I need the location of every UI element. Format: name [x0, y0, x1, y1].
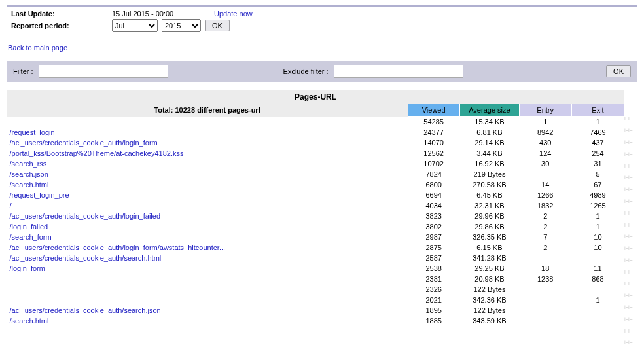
avg-cell: 326.35 KB: [460, 232, 519, 242]
avg-cell: 6.81 KB: [460, 127, 519, 138]
viewed-cell: 14070: [408, 138, 460, 148]
url-link[interactable]: /search.html: [10, 181, 49, 189]
table-row: /request_login_pre66946.45 KB12664989: [7, 190, 624, 200]
entry-cell: 1266: [519, 190, 571, 200]
url-cell: /request_login: [7, 127, 408, 138]
table-row: /search_form2987326.35 KB710: [7, 232, 624, 242]
month-select[interactable]: Jul: [112, 19, 158, 32]
exit-cell: 254: [571, 148, 624, 158]
exit-cell: 1: [571, 295, 624, 305]
url-cell: /acl_users/credentials_cookie_auth/login…: [7, 211, 408, 221]
entry-cell: [519, 305, 571, 316]
table-row: /login_form253829.25 KB1811: [7, 263, 624, 274]
url-link[interactable]: /acl_users/credentials_cookie_auth/login…: [10, 212, 161, 220]
table-row: 5428515.34 KB11: [7, 117, 624, 128]
col-entry: Entry: [519, 104, 571, 117]
url-link[interactable]: /request_login: [10, 128, 55, 136]
exit-cell: 1: [571, 221, 624, 232]
url-link[interactable]: /acl_users/credentials_cookie_auth/searc…: [10, 306, 161, 314]
avg-cell: 15.34 KB: [460, 117, 519, 128]
pages-url-table: Pages-URL Total: 10228 different pages-u…: [7, 90, 624, 326]
url-cell: /: [7, 200, 408, 211]
table-row: /acl_users/credentials_cookie_auth/login…: [7, 242, 624, 253]
viewed-cell: 2987: [408, 232, 460, 242]
url-cell: /search_rss: [7, 158, 408, 169]
exit-cell: [571, 316, 624, 326]
url-link[interactable]: /request_login_pre: [10, 191, 69, 199]
back-to-main-link[interactable]: Back to main page: [8, 44, 67, 52]
entry-cell: 2: [519, 221, 571, 232]
entry-cell: [519, 169, 571, 179]
last-update-label: Last Update:: [11, 10, 108, 18]
exit-cell: [571, 284, 624, 295]
avg-cell: 270.58 KB: [460, 179, 519, 190]
avg-cell: 29.14 KB: [460, 138, 519, 148]
url-cell: [7, 295, 408, 305]
filter-label: Filter :: [13, 67, 33, 75]
viewed-cell: 1895: [408, 305, 460, 316]
url-link[interactable]: /login_failed: [10, 223, 48, 230]
period-ok-button[interactable]: OK: [205, 20, 230, 31]
entry-cell: 1: [519, 117, 571, 128]
table-row: /403432.31 KB18321265: [7, 200, 624, 211]
table-row: /login_failed380229.86 KB21: [7, 221, 624, 232]
exclude-filter-label: Exclude filter :: [283, 67, 329, 75]
viewed-cell: 6694: [408, 190, 460, 200]
entry-cell: [519, 284, 571, 295]
avg-cell: 29.86 KB: [460, 221, 519, 232]
url-link[interactable]: /: [10, 202, 12, 210]
filter-ok-button[interactable]: OK: [606, 65, 631, 77]
exit-cell: 67: [571, 179, 624, 190]
url-cell: /portal_kss/Bootstrap%20Theme/at-cacheke…: [7, 148, 408, 158]
entry-cell: 30: [519, 158, 571, 169]
row-ticks: ⊩⊩⊩⊩⊩⊩⊩⊩⊩⊩⊩⊩⊩⊩⊩⊩⊩⊩⊩⊩⊩⊩⊩⊩⊩⊩⊩⊩⊩⊩⊩⊩⊩⊩⊩⊩⊩⊩⊩⊩: [624, 113, 637, 348]
viewed-cell: 1885: [408, 316, 460, 326]
last-update-value: 15 Jul 2015 - 00:00: [112, 10, 210, 18]
col-exit: Exit: [571, 104, 624, 117]
entry-cell: 1832: [519, 200, 571, 211]
url-link[interactable]: /portal_kss/Bootstrap%20Theme/at-cacheke…: [10, 149, 184, 157]
exit-cell: 11: [571, 263, 624, 274]
entry-cell: 7: [519, 232, 571, 242]
entry-cell: [519, 253, 571, 263]
table-row: 2326122 Bytes: [7, 284, 624, 295]
viewed-cell: 2875: [408, 242, 460, 253]
url-cell: /acl_users/credentials_cookie_auth/login…: [7, 242, 408, 253]
table-row: /search.html1885343.59 KB: [7, 316, 624, 326]
url-cell: [7, 274, 408, 284]
avg-cell: 29.25 KB: [460, 263, 519, 274]
table-row: 2021342.36 KB1: [7, 295, 624, 305]
table-total: Total: 10228 different pages-url: [7, 104, 408, 117]
col-avg-size: Average size: [460, 104, 519, 117]
viewed-cell: 2381: [408, 274, 460, 284]
entry-cell: 2: [519, 211, 571, 221]
table-row: /acl_users/credentials_cookie_auth/searc…: [7, 253, 624, 263]
entry-cell: [519, 316, 571, 326]
entry-cell: 124: [519, 148, 571, 158]
avg-cell: 122 Bytes: [460, 284, 519, 295]
url-link[interactable]: /search_form: [10, 233, 52, 241]
exit-cell: 31: [571, 158, 624, 169]
avg-cell: 32.31 KB: [460, 200, 519, 211]
exit-cell: 4989: [571, 190, 624, 200]
table-title: Pages-URL: [7, 90, 624, 104]
exit-cell: 10: [571, 242, 624, 253]
year-select[interactable]: 2015: [162, 19, 201, 32]
url-link[interactable]: /acl_users/credentials_cookie_auth/searc…: [10, 254, 162, 262]
exclude-filter-input[interactable]: [334, 65, 463, 78]
url-link[interactable]: /acl_users/credentials_cookie_auth/login…: [10, 139, 158, 147]
filter-input[interactable]: [39, 65, 168, 78]
update-now-link[interactable]: Update now: [214, 10, 253, 18]
url-link[interactable]: /login_form: [10, 265, 45, 272]
url-cell: /login_form: [7, 263, 408, 274]
url-cell: [7, 284, 408, 295]
url-link[interactable]: /acl_users/credentials_cookie_auth/login…: [10, 244, 226, 251]
url-link[interactable]: /search.json: [10, 170, 48, 178]
url-link[interactable]: /search.html: [10, 317, 49, 325]
viewed-cell: 7824: [408, 169, 460, 179]
avg-cell: 342.36 KB: [460, 295, 519, 305]
exit-cell: 1: [571, 117, 624, 128]
url-cell: /request_login_pre: [7, 190, 408, 200]
viewed-cell: 2587: [408, 253, 460, 263]
url-link[interactable]: /search_rss: [10, 160, 47, 168]
